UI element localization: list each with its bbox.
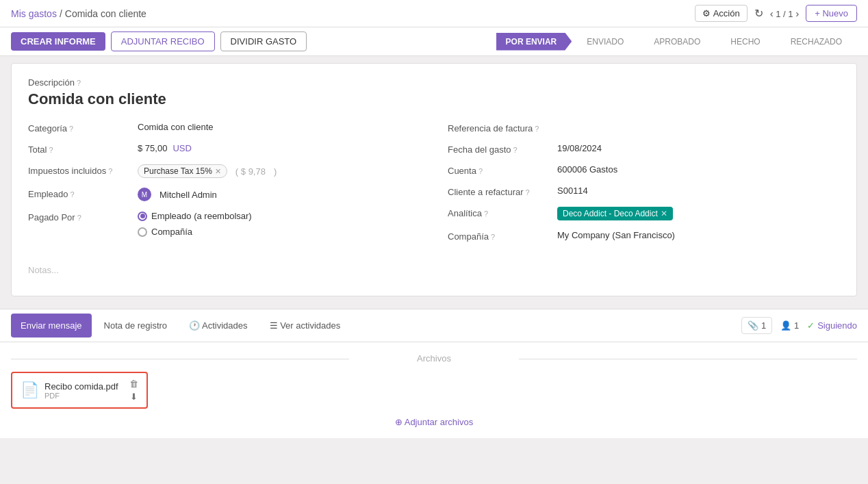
fecha-label: Fecha del gasto ? — [448, 143, 557, 155]
pagado-options: Empleado (a reembolsar) Compañía — [138, 211, 420, 237]
status-enviado[interactable]: ENVIADO — [572, 33, 639, 51]
attach-files-button[interactable]: ⊕ Adjuntar archivos — [11, 417, 857, 427]
status-bar: POR ENVIAR ENVIADO APROBADO HECHO RECHAZ… — [496, 33, 857, 51]
clock-icon: 🕐 — [189, 320, 200, 331]
notes-placeholder[interactable]: Notas... — [28, 265, 59, 275]
pagado-empleado-label: Empleado (a reembolsar) — [151, 211, 252, 221]
fecha-row: Fecha del gasto ? 19/08/2024 — [448, 143, 840, 155]
breadcrumb-separator: / — [60, 8, 62, 19]
tax-remove-icon[interactable]: ✕ — [215, 167, 221, 176]
tab-right: 📎 1 👤 1 ✓ Siguiendo — [741, 317, 857, 334]
file-actions: 🗑 ⬇ — [129, 379, 138, 402]
pagado-option-compania[interactable]: Compañía — [138, 227, 420, 237]
compania-value[interactable]: My Company (San Francisco) — [557, 230, 840, 240]
next-button[interactable]: › — [795, 8, 799, 19]
files-title: Archivos — [11, 353, 857, 364]
impuestos-label: Impuestos incluidos ? — [28, 164, 138, 176]
files-section: Archivos 📄 Recibo comida.pdf PDF 🗑 ⬇ ⊕ A… — [0, 342, 868, 438]
employee-avatar: M — [138, 188, 151, 201]
description-help-icon: ? — [77, 79, 81, 87]
pagination: ‹ 1 / 1 › — [770, 8, 800, 19]
clip-icon: 📎 — [748, 320, 758, 331]
analytic-badge-label: Deco Addict - Deco Addict — [563, 209, 658, 218]
empleado-row: Empleado ? M Mitchell Admin — [28, 188, 420, 201]
user-count: 👤 1 — [780, 320, 799, 331]
total-value: $ 75,00 USD — [138, 143, 420, 153]
user-number: 1 — [794, 320, 799, 331]
referencia-help-icon: ? — [535, 125, 539, 133]
pdf-icon: 📄 — [21, 381, 39, 399]
tax-badge-label: Purchase Tax 15% — [144, 166, 212, 176]
expense-title[interactable]: Comida con cliente — [28, 90, 840, 108]
pagado-label: Pagado Por ? — [28, 211, 138, 222]
status-aprobado[interactable]: APROBADO — [639, 33, 715, 51]
analitica-row: Analítica ? Deco Addict - Deco Addict ✕ — [448, 207, 840, 220]
send-message-button[interactable]: Enviar mensaje — [11, 314, 92, 337]
cuenta-help-icon: ? — [478, 167, 483, 175]
fecha-help-icon: ? — [513, 146, 518, 154]
see-activities-tab[interactable]: ☰ Ver actividades — [260, 314, 350, 339]
status-rechazado[interactable]: RECHAZADO — [776, 33, 857, 51]
create-report-button[interactable]: CREAR INFORME — [11, 32, 105, 51]
fecha-value[interactable]: 19/08/2024 — [557, 143, 840, 153]
categoria-help-icon: ? — [69, 125, 73, 133]
analitica-help-icon: ? — [484, 209, 488, 218]
activities-tab[interactable]: 🕐 Actividades — [179, 314, 257, 339]
radio-compania[interactable] — [138, 227, 147, 237]
cliente-row: Cliente a refacturar ? S00114 — [448, 186, 840, 197]
note-tab[interactable]: Nota de registro — [94, 314, 177, 339]
check-icon: ✓ — [807, 320, 815, 331]
breadcrumb-parent[interactable]: Mis gastos — [11, 8, 57, 19]
toolbar: CREAR INFORME ADJUNTAR RECIBO DIVIDIR GA… — [0, 27, 868, 56]
following-label: Siguiendo — [817, 320, 857, 331]
attachment-count[interactable]: 📎 1 — [741, 317, 772, 334]
pagado-help-icon: ? — [77, 214, 81, 222]
form-right: Referencia de factura ? Fecha del gasto … — [448, 122, 840, 251]
referencia-label: Referencia de factura ? — [448, 122, 557, 133]
referencia-row: Referencia de factura ? — [448, 122, 840, 133]
status-hecho[interactable]: HECHO — [715, 33, 775, 51]
empleado-help-icon: ? — [71, 190, 75, 199]
tax-badge[interactable]: Purchase Tax 15% ✕ — [138, 164, 227, 178]
delete-file-button[interactable]: 🗑 — [129, 379, 138, 389]
following-button[interactable]: ✓ Siguiendo — [807, 320, 857, 331]
attach-receipt-button[interactable]: ADJUNTAR RECIBO — [111, 31, 215, 51]
total-row: Total ? $ 75,00 USD — [28, 143, 420, 155]
pagado-option-empleado[interactable]: Empleado (a reembolsar) — [138, 211, 420, 221]
top-bar: Mis gastos / Comida con cliente ⚙ Acción… — [0, 0, 868, 27]
impuestos-help-icon: ? — [108, 167, 112, 175]
analytic-badge[interactable]: Deco Addict - Deco Addict ✕ — [557, 207, 673, 220]
breadcrumb-current: Comida con cliente — [65, 8, 146, 19]
total-currency[interactable]: USD — [173, 143, 191, 153]
empleado-label: Empleado ? — [28, 188, 138, 199]
prev-button[interactable]: ‹ — [770, 8, 774, 19]
pagado-row: Pagado Por ? Empleado (a reembolsar) Com… — [28, 211, 420, 237]
action-button[interactable]: ⚙ Acción — [695, 5, 748, 22]
file-name: Recibo comida.pdf — [44, 381, 118, 392]
form-card: Descripción ? Comida con cliente Categor… — [11, 63, 857, 296]
main-content: Descripción ? Comida con cliente Categor… — [0, 56, 868, 303]
analytic-remove-icon[interactable]: ✕ — [661, 209, 667, 218]
tax-close: ) — [274, 166, 277, 177]
empleado-value: M Mitchell Admin — [138, 188, 420, 201]
download-file-button[interactable]: ⬇ — [129, 392, 138, 402]
notes-area: Notas... — [28, 265, 840, 275]
file-card[interactable]: 📄 Recibo comida.pdf PDF 🗑 ⬇ — [11, 372, 148, 409]
total-amount[interactable]: $ 75,00 — [138, 143, 167, 153]
new-button[interactable]: + Nuevo — [806, 5, 857, 22]
radio-empleado[interactable] — [138, 212, 147, 221]
action-label: Acción — [713, 8, 740, 18]
split-expense-button[interactable]: DIVIDIR GASTO — [220, 31, 307, 51]
cuenta-value[interactable]: 600006 Gastos — [557, 164, 840, 175]
categoria-row: Categoría ? Comida con cliente — [28, 122, 420, 133]
cuenta-row: Cuenta ? 600006 Gastos — [448, 164, 840, 176]
cliente-value[interactable]: S00114 — [557, 186, 840, 196]
status-por-enviar[interactable]: POR ENVIAR — [496, 33, 572, 51]
refresh-button[interactable]: ↻ — [754, 7, 763, 20]
impuestos-value: Purchase Tax 15% ✕ ( $ 9,78 ) — [138, 164, 420, 178]
employee-name[interactable]: Mitchell Admin — [159, 190, 217, 200]
categoria-value[interactable]: Comida con cliente — [138, 122, 420, 132]
attach-number: 1 — [761, 320, 766, 331]
bottom-section: Enviar mensaje Nota de registro 🕐 Activi… — [0, 309, 868, 438]
analitica-label: Analítica ? — [448, 207, 557, 218]
